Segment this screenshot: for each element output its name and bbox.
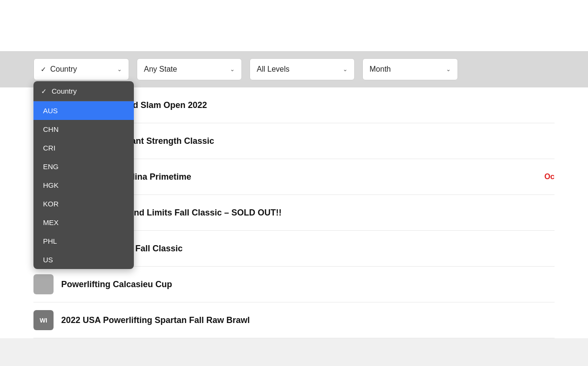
avatar-text: WI — [40, 317, 47, 324]
levels-filter-label: All Levels — [257, 65, 289, 74]
filter-bar: ✓ Country ⌄ ✓ Country AUS CHN CRI ENG HG… — [0, 51, 588, 87]
levels-filter-button[interactable]: All Levels ⌄ — [250, 58, 355, 80]
month-filter-button[interactable]: Month ⌄ — [362, 58, 458, 80]
country-checkmark: ✓ — [41, 65, 46, 73]
top-area — [0, 0, 588, 51]
state-filter-button[interactable]: Any State ⌄ — [137, 58, 242, 80]
country-filter-button[interactable]: ✓ Country ⌄ — [33, 58, 129, 80]
dropdown-item-us[interactable]: US — [33, 250, 134, 269]
month-filter-label: Month — [370, 65, 391, 74]
country-chevron-icon: ⌄ — [117, 66, 122, 73]
event-title: 2022 USA Powerlifting Spartan Fall Raw B… — [61, 315, 250, 325]
country-dropdown: ✓ Country AUS CHN CRI ENG HGK KOR MEX PH… — [33, 81, 134, 269]
event-title: Powerlifting Calcasieu Cup — [61, 280, 172, 290]
avatar — [33, 274, 54, 294]
state-chevron-icon: ⌄ — [230, 66, 235, 73]
month-chevron-icon: ⌄ — [446, 66, 451, 73]
state-filter-label: Any State — [144, 65, 177, 74]
dropdown-item-eng[interactable]: ENG — [33, 157, 134, 176]
dropdown-header-check: ✓ — [41, 87, 47, 95]
table-row: WI 2022 USA Powerlifting Spartan Fall Ra… — [33, 302, 555, 338]
dropdown-item-cri[interactable]: CRI — [33, 139, 134, 157]
country-filter-label: Country — [50, 65, 77, 74]
table-row: Powerlifting Calcasieu Cup — [33, 267, 555, 302]
dropdown-item-kor[interactable]: KOR — [33, 194, 134, 213]
dropdown-item-chn[interactable]: CHN — [33, 120, 134, 139]
dropdown-item-mex[interactable]: MEX — [33, 213, 134, 232]
dropdown-item-phl[interactable]: PHL — [33, 232, 134, 250]
avatar: WI — [33, 310, 54, 330]
dropdown-item-hgk[interactable]: HGK — [33, 176, 134, 194]
event-badge: Oc — [544, 172, 555, 181]
dropdown-header-label: Country — [52, 87, 77, 95]
dropdown-header: ✓ Country — [33, 81, 134, 101]
dropdown-item-aus[interactable]: AUS — [33, 101, 134, 120]
levels-chevron-icon: ⌄ — [343, 66, 348, 73]
country-select-wrapper: ✓ Country ⌄ ✓ Country AUS CHN CRI ENG HG… — [33, 58, 129, 80]
